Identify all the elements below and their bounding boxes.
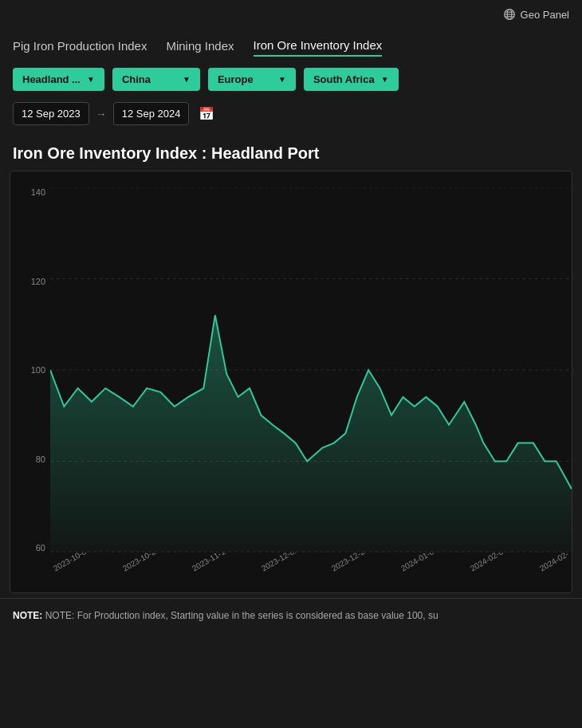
geo-panel-button[interactable]: Geo Panel	[503, 8, 569, 21]
line-chart-svg	[50, 187, 572, 553]
tab-mining[interactable]: Mining Index	[166, 39, 234, 56]
x-label-4: 2023-12-02	[260, 553, 300, 573]
dropdown-headland[interactable]: Headland ... ▼	[13, 68, 104, 91]
nav-tabs: Pig Iron Production Index Mining Index I…	[0, 0, 582, 57]
y-axis: 140 120 100 80 60	[10, 187, 50, 553]
y-label-80: 80	[36, 455, 45, 464]
x-label-3: 2023-11-18	[191, 553, 230, 573]
chevron-down-icon: ▼	[87, 75, 95, 84]
x-label-5: 2023-12-23	[330, 553, 370, 573]
chart-area	[50, 315, 572, 552]
calendar-icon[interactable]: 📅	[199, 106, 214, 121]
x-label-7: 2024-02-03	[469, 553, 509, 573]
x-label-1: 2023-10-07	[52, 553, 92, 573]
note-section: NOTE: NOTE: For Production index, Starti…	[0, 598, 582, 632]
note-label: NOTE:	[13, 610, 42, 621]
tab-pig-iron[interactable]: Pig Iron Production Index	[13, 39, 147, 56]
date-range-row: 12 Sep 2023 → 12 Sep 2024 📅	[0, 91, 582, 125]
chevron-down-icon: ▼	[381, 75, 389, 84]
chevron-down-icon: ▼	[183, 75, 191, 84]
dropdown-china[interactable]: China ▼	[112, 68, 200, 91]
chart-container: 140 120 100 80 60	[10, 171, 572, 593]
date-start-input[interactable]: 12 Sep 2023	[13, 102, 89, 125]
x-label-2: 2023-10-28	[121, 553, 161, 573]
geo-panel-label: Geo Panel	[521, 9, 569, 21]
y-label-120: 120	[31, 277, 45, 286]
globe-icon	[503, 8, 516, 21]
x-axis: 2023-10-07 2023-10-28 2023-11-18 2023-12…	[50, 553, 572, 592]
x-label-6: 2024-01-06	[399, 553, 439, 573]
dropdowns-row: Headland ... ▼ China ▼ Europe ▼ South Af…	[0, 57, 582, 91]
y-label-140: 140	[31, 187, 45, 197]
dropdown-south-africa[interactable]: South Africa ▼	[304, 68, 399, 91]
chevron-down-icon: ▼	[278, 75, 286, 84]
note-text: NOTE: For Production index, Starting val…	[45, 610, 438, 621]
x-label-8: 2024-02-	[538, 553, 570, 573]
y-label-60: 60	[36, 543, 45, 553]
y-label-100: 100	[31, 365, 45, 375]
date-end-input[interactable]: 12 Sep 2024	[113, 102, 190, 125]
date-arrow: →	[96, 108, 107, 120]
chart-title: Iron Ore Inventory Index : Headland Port	[0, 125, 582, 171]
tab-iron-ore[interactable]: Iron Ore Inventory Index	[254, 38, 383, 57]
dropdown-europe[interactable]: Europe ▼	[208, 68, 296, 91]
